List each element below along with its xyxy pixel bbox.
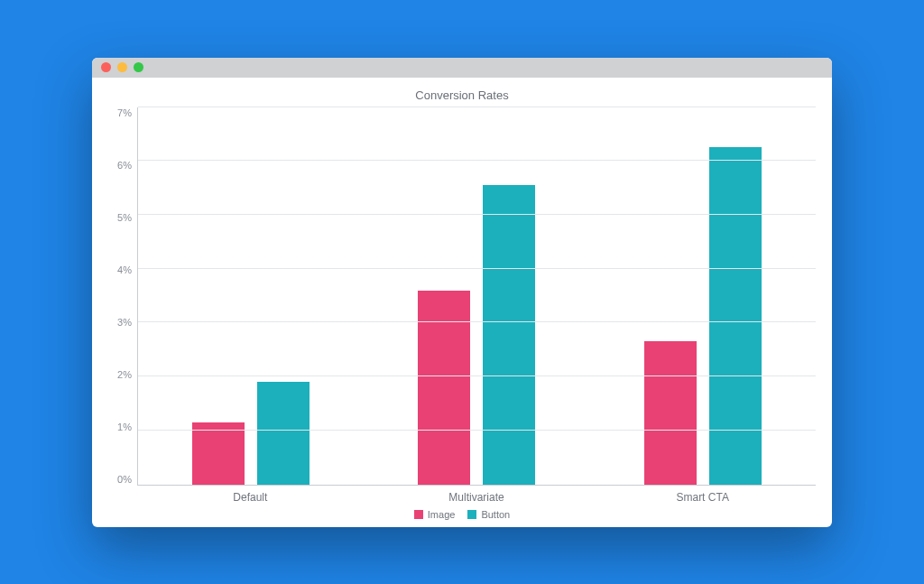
legend-label: Image (428, 509, 456, 520)
bar-button (483, 185, 535, 484)
chart-container: Conversion Rates 7% 6% 5% 4% 3% 2% 1% 0%… (92, 78, 832, 527)
close-icon[interactable] (101, 62, 111, 72)
bar-button (257, 382, 310, 484)
bar-button (709, 147, 762, 484)
legend-swatch-image (414, 510, 423, 519)
y-tick: 0% (117, 474, 132, 485)
x-tick: Smart CTA (589, 491, 816, 504)
y-tick: 6% (117, 160, 132, 171)
category-group (590, 107, 816, 485)
gridline (138, 268, 816, 269)
legend-swatch-button (467, 510, 476, 519)
y-tick: 4% (117, 264, 132, 275)
app-window: Conversion Rates 7% 6% 5% 4% 3% 2% 1% 0%… (92, 58, 832, 527)
zoom-icon[interactable] (134, 62, 143, 72)
x-tick: Multivariate (364, 491, 590, 504)
category-group (138, 107, 364, 485)
legend: Image Button (108, 509, 816, 520)
bars-group (138, 107, 816, 485)
bar-image (192, 422, 245, 485)
y-tick: 1% (117, 422, 132, 432)
y-tick: 3% (117, 317, 132, 328)
x-axis: Default Multivariate Smart CTA (137, 491, 816, 504)
window-titlebar (92, 58, 832, 78)
category-group (364, 107, 589, 485)
bar-image (418, 291, 470, 485)
minimize-icon[interactable] (117, 62, 127, 72)
x-tick: Default (137, 491, 364, 504)
legend-item-image: Image (414, 509, 456, 520)
gridline (138, 214, 816, 215)
legend-item-button: Button (467, 509, 510, 520)
chart-plot-area: 7% 6% 5% 4% 3% 2% 1% 0% (108, 107, 816, 486)
y-tick: 2% (117, 369, 132, 380)
gridline (138, 160, 816, 161)
gridline (138, 107, 816, 107)
y-tick: 7% (117, 107, 132, 118)
legend-label: Button (481, 509, 510, 520)
bar-image (644, 341, 697, 484)
y-axis: 7% 6% 5% 4% 3% 2% 1% 0% (108, 107, 137, 486)
plot-region (137, 107, 816, 486)
gridline (138, 321, 816, 322)
gridline (138, 375, 816, 376)
chart-title: Conversion Rates (108, 88, 816, 102)
gridline (138, 430, 816, 431)
y-tick: 5% (117, 212, 132, 223)
